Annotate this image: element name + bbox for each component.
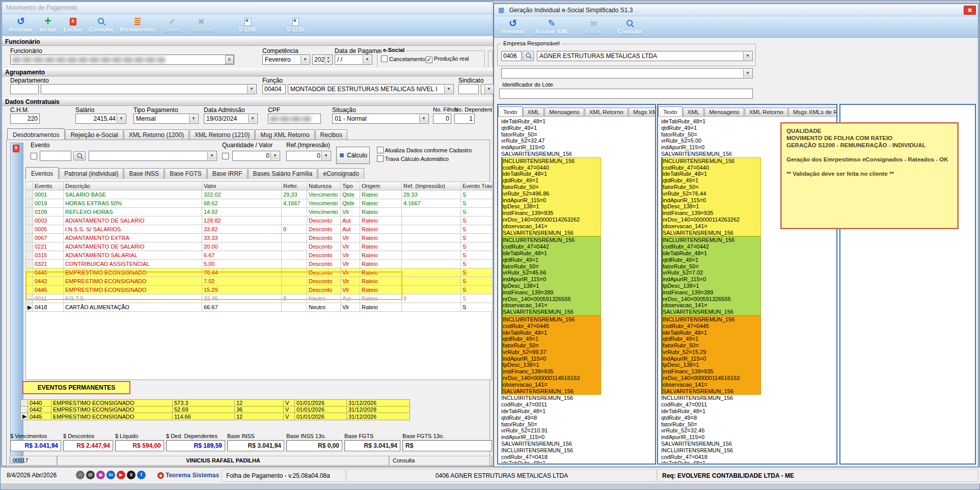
s1210-button[interactable]: S-1210 <box>279 15 312 35</box>
tab-xml-retorno-1210-[interactable]: XML Retorno (1210) <box>189 129 255 140</box>
funcionario-lookup-button[interactable]: ≡ <box>225 55 234 64</box>
tipo-pagamento-dropdown[interactable]: Mensal <box>133 114 199 124</box>
producao-real-checkbox[interactable]: Produção real <box>426 56 469 63</box>
statusbar-brand[interactable]: ◆Teorema Sistemas <box>153 469 220 482</box>
situacao-dropdown[interactable]: 01 - Normal <box>332 114 429 124</box>
table-row[interactable]: 0445EMPRESTIMO ECONSIGNADO15.29DescontoV… <box>26 286 493 294</box>
cancelamento-checkbox-box[interactable] <box>381 56 388 62</box>
p1-tab-msgs-xmls-de-retorno[interactable]: Msgs XMLs de Retorno <box>629 107 655 116</box>
ano-spinner[interactable]: 2026 <box>312 55 333 65</box>
empresa-dropdown[interactable]: AGNER ESTRUTURAS METALICAS LTDA <box>537 51 753 61</box>
facebook-icon[interactable]: f <box>137 471 146 479</box>
competencia-dropdown[interactable]: Fevereiro <box>262 55 310 65</box>
permanent-event-row[interactable]: 0440EMPRESTIMO ECONSIGNADO573.312V01/01/… <box>21 400 410 406</box>
permanent-event-row[interactable]: 0442EMPRESTIMO ECONSIGNADO52.6936V01/01/… <box>21 406 410 413</box>
subtab-base-fgts[interactable]: Base FGTS <box>165 168 207 179</box>
departamento-code-field[interactable] <box>10 84 39 94</box>
funcionario-field[interactable] <box>10 55 234 65</box>
empresa-search-button[interactable] <box>523 51 534 61</box>
tab-xml-retorno-1200-[interactable]: XML Retorno (1200) <box>124 129 189 140</box>
p2-tab-xml[interactable]: XML <box>683 107 704 116</box>
evento-code-field[interactable] <box>40 151 71 161</box>
subtab-econsignado[interactable]: eConsignado <box>318 168 364 179</box>
retornar-button[interactable]: Retornar <box>6 15 36 35</box>
p2-tab-texto[interactable]: Texto <box>658 106 683 117</box>
calculo-button[interactable]: Cálculo <box>336 147 370 164</box>
producao-real-checkbox-box[interactable] <box>426 57 432 63</box>
table-row[interactable]: 0440EMPRESTIMO ECONSIGNADO76.44DescontoV… <box>26 268 493 277</box>
empresa-secondary-dropdown[interactable] <box>501 68 753 78</box>
panel1-text-content[interactable]: ideTabRubr_48=1qtdRubr_49=1fatorRubr_50=… <box>499 117 655 463</box>
tab-rejei-o-e-social[interactable]: Rejeição e-Social <box>65 129 123 140</box>
permanentes-button[interactable]: Permanentes <box>116 15 159 35</box>
x-social-icon[interactable]: X <box>127 471 135 479</box>
youtube-icon[interactable]: ▶ <box>117 471 125 479</box>
excluir-button[interactable]: Excluir <box>60 15 86 35</box>
at-icon[interactable]: @ <box>86 471 95 479</box>
subtab-base-irrf[interactable]: Base IRRF <box>207 168 248 179</box>
permanent-event-row[interactable]: ▶0445EMPRESTIMO ECONSIGNADO114.6612V01/0… <box>21 413 410 420</box>
evento-dropdown[interactable] <box>89 151 217 161</box>
consulta-button[interactable]: Consulta <box>86 15 116 35</box>
close-button[interactable]: ✖ <box>964 6 976 15</box>
table-row[interactable]: 0011F.G.T.S.32.458NeutroAutRateio8S <box>26 294 493 303</box>
evento-checkbox[interactable] <box>31 153 37 159</box>
filhos-field[interactable]: 0 <box>433 114 451 124</box>
delete-row-icon[interactable] <box>13 145 19 152</box>
departamento-dropdown[interactable] <box>41 84 257 94</box>
table-row[interactable]: 0315ADIANTAMENTO SALARIAL6.67DescontoVlr… <box>26 251 493 260</box>
rw-assinar-xml-button[interactable]: Assinar XML <box>531 17 573 37</box>
table-row[interactable]: 0005I.N.S.S. S/ SALARIOS33.820DescontoAu… <box>26 225 493 234</box>
rw-retornar-button[interactable]: Retornar <box>498 17 528 37</box>
p1-tab-mensagens[interactable]: Mensagens <box>545 107 584 116</box>
left-window-titlebar[interactable]: Movimento de Pagamento <box>2 2 493 14</box>
sindicato-dropdown[interactable] <box>481 84 494 94</box>
p1-tab-xml[interactable]: XML <box>523 107 545 116</box>
identificador-lote-field[interactable] <box>499 89 753 99</box>
incluir-button[interactable]: Incluir <box>36 15 60 35</box>
data-admissao-dropdown[interactable]: 19/03/2024 <box>204 114 258 124</box>
table-row[interactable]: 0442EMPRESTIMO ECONSIGNADO7.02DescontoVl… <box>26 277 493 286</box>
table-row[interactable]: 0003ADIANTAMENTO DE SALARIO128.82Descont… <box>26 216 493 225</box>
p1-tab-xml-retorno[interactable]: XML Retorno <box>585 107 628 116</box>
subtab-base-inss[interactable]: Base INSS <box>124 168 164 179</box>
table-row[interactable]: 0221ADIANTAMENTO DE SALARIO20.00Desconto… <box>26 242 493 251</box>
trava-calculo-checkbox-box[interactable] <box>377 155 384 162</box>
trava-calculo-checkbox[interactable]: Trava Cálculo Automático <box>377 155 449 162</box>
cancelamento-checkbox[interactable]: Cancelamento <box>381 56 425 62</box>
salario-dropdown[interactable]: 2415,44 <box>75 114 126 124</box>
p1-tab-texto[interactable]: Texto <box>498 106 523 117</box>
table-row[interactable]: 0067ADIANTAMENTO EXTRA33.33DescontoVlrRa… <box>26 234 493 242</box>
tab-desdobramentos[interactable]: Desdobramentos <box>7 128 65 141</box>
rw-enviar-button[interactable]: Enviar <box>580 17 608 37</box>
table-row[interactable]: 0109REFLEXO HORAS14.92VencimentoVlrRatei… <box>26 208 493 216</box>
salvar-button[interactable]: Salvar <box>159 15 185 35</box>
chm-field[interactable]: 220 <box>10 114 40 124</box>
subtab-eventos[interactable]: Eventos <box>25 167 59 179</box>
p2-tab-mensagens[interactable]: Mensagens <box>704 107 744 116</box>
instagram-icon[interactable]: ◉ <box>96 471 105 479</box>
headset-icon[interactable]: ∩ <box>76 471 85 479</box>
linkedin-icon[interactable]: in <box>106 471 115 479</box>
funcao-dropdown[interactable]: MONTADOR DE ESTRUTURAS METALICAS NIVEL I <box>288 84 454 94</box>
subtab-patronal-individual-[interactable]: Patronal (individual) <box>59 168 123 179</box>
table-row[interactable]: 0001SALARIO BASE322.0229,33VencimentoQtd… <box>26 190 493 199</box>
atualiza-dados-checkbox[interactable]: Atualiza Dados conforme Cadastro <box>377 147 472 153</box>
atualiza-dados-checkbox-box[interactable] <box>377 147 384 153</box>
evento-search-button[interactable] <box>73 151 86 160</box>
tab-recibos[interactable]: Recibos <box>315 129 347 140</box>
cancelar-button[interactable]: Cancelar <box>185 15 217 35</box>
right-window-titlebar[interactable]: ▦ Geração Individual e-Social Simplifica… <box>494 4 978 16</box>
data-pagamento-dropdown[interactable]: / / <box>335 55 372 65</box>
funcao-code-field[interactable]: 00404 <box>262 84 286 94</box>
tab-msg-xml-retorno[interactable]: Msg XML Retorno <box>255 129 314 140</box>
cpf-field[interactable] <box>268 114 321 124</box>
ref-impressao-field[interactable]: 0 <box>286 151 331 161</box>
quantidade-valor-field[interactable]: 0 <box>232 151 280 161</box>
p2-tab-xml-retorno[interactable]: XML Retorno <box>745 107 788 116</box>
quantidade-checkbox[interactable] <box>222 153 229 159</box>
dependentes-field[interactable]: 1 <box>454 114 475 124</box>
p2-tab-msgs-xmls-de-retorno[interactable]: Msgs XMLs de Retorno <box>788 107 836 116</box>
sindicato-code-field[interactable] <box>458 84 479 94</box>
table-row[interactable]: 0019HORAS EXTRAS 50%68.624,1667Venciment… <box>26 199 493 208</box>
